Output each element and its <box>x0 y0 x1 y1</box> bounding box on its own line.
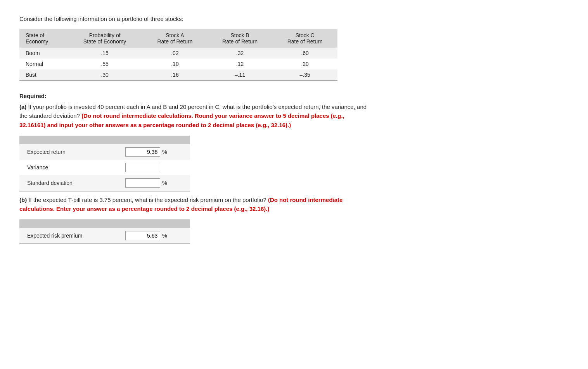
percent-sign: % <box>162 233 167 239</box>
answer-input-b-0[interactable] <box>125 231 160 240</box>
cell-state: Boom <box>19 48 67 59</box>
cell-stockA: .10 <box>142 59 208 69</box>
col-header-stockA: Stock A Rate of Return <box>142 29 208 48</box>
answer-row-input-cell: % <box>118 175 190 191</box>
answer-row: Standard deviation % <box>19 175 190 191</box>
part-b-text: (b) If the expected T-bill rate is 3.75 … <box>19 195 368 214</box>
cell-prob: .15 <box>67 48 142 59</box>
part-b-block: (b) If the expected T-bill rate is 3.75 … <box>19 195 368 245</box>
col-header-probability: Probability of State of Economy <box>67 29 142 48</box>
cell-stockB: .12 <box>208 59 273 69</box>
cell-stockB: .32 <box>208 48 273 59</box>
part-a-block: (a) If your portfolio is invested 40 per… <box>19 102 368 191</box>
table-row: Bust .30 .16 –.11 –.35 <box>19 69 337 81</box>
part-a-label: (a) <box>19 103 26 110</box>
answer-input-1[interactable] <box>125 163 160 172</box>
cell-state: Bust <box>19 69 67 81</box>
answer-row-label: Expected risk premium <box>19 228 118 244</box>
answer-row: Variance <box>19 160 190 175</box>
part-b-normal-text: If the expected T-bill rate is 3.75 perc… <box>28 197 266 203</box>
cell-stockB: –.11 <box>208 69 273 81</box>
cell-prob: .55 <box>67 59 142 69</box>
table-row: Boom .15 .02 .32 .60 <box>19 48 337 59</box>
answer-row: Expected risk premium % <box>19 228 190 244</box>
cell-stockA: .02 <box>142 48 208 59</box>
required-label: Required: <box>19 93 368 99</box>
part-b-answer-table: Expected risk premium % <box>19 219 190 244</box>
part-a-text: (a) If your portfolio is invested 40 per… <box>19 102 368 129</box>
answer-row-label: Expected return <box>19 144 118 160</box>
cell-stockA: .16 <box>142 69 208 81</box>
cell-state: Normal <box>19 59 67 69</box>
answer-row-input-cell: % <box>118 228 190 244</box>
answer-input-0[interactable] <box>125 147 160 157</box>
percent-sign: % <box>162 149 167 155</box>
part-a-answer-table: Expected return % Variance Standard devi… <box>19 136 190 191</box>
answer-row: Expected return % <box>19 144 190 160</box>
answer-input-2[interactable] <box>125 178 160 188</box>
part-b-label: (b) <box>19 197 27 203</box>
cell-stockC: –.35 <box>272 69 337 81</box>
answer-row-input-cell <box>118 160 190 175</box>
cell-prob: .30 <box>67 69 142 81</box>
col-header-stockB: Stock B Rate of Return <box>208 29 273 48</box>
answer-row-label: Standard deviation <box>19 175 118 191</box>
table-row: Normal .55 .10 .12 .20 <box>19 59 337 69</box>
cell-stockC: .60 <box>272 48 337 59</box>
col-header-stockC: Stock C Rate of Return <box>272 29 337 48</box>
answer-row-label: Variance <box>19 160 118 175</box>
data-table: State of Economy Probability of State of… <box>19 29 337 81</box>
required-section: Required: (a) If your portfolio is inves… <box>19 93 368 244</box>
cell-stockC: .20 <box>272 59 337 69</box>
intro-text: Consider the following information on a … <box>19 16 368 22</box>
percent-sign: % <box>162 180 167 186</box>
answer-row-input-cell: % <box>118 144 190 160</box>
col-header-state: State of Economy <box>19 29 67 48</box>
